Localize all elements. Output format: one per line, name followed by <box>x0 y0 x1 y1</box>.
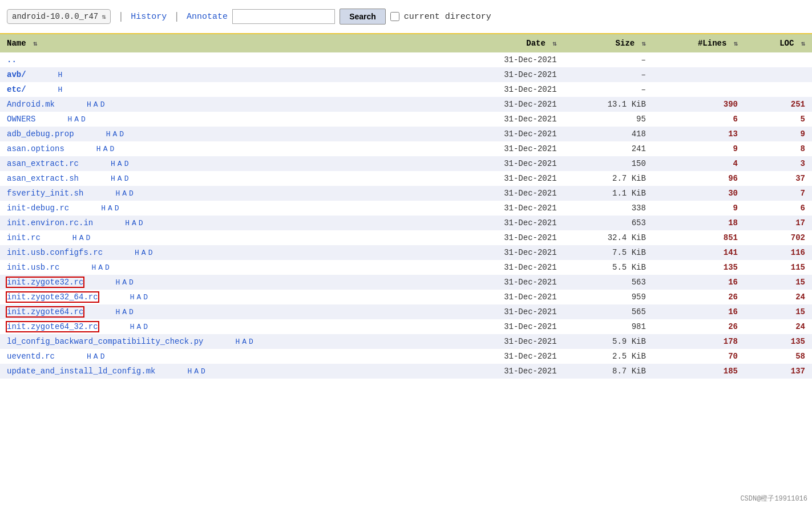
annotation-link-d[interactable]: D <box>100 352 105 361</box>
annotation-link-a[interactable]: A <box>118 160 122 168</box>
file-link[interactable]: Android.mk <box>7 100 55 109</box>
annotation-link-a[interactable]: A <box>103 145 108 153</box>
annotation-link-h[interactable]: H <box>67 115 72 124</box>
col-header-size[interactable]: Size ⇅ <box>564 34 653 52</box>
annotation-link-a[interactable]: A <box>242 338 247 346</box>
annotation-link-h[interactable]: H <box>58 86 63 94</box>
annotation-link-a[interactable]: A <box>118 174 122 183</box>
annotation-link-d[interactable]: D <box>201 367 205 376</box>
file-loc-cell: 24 <box>745 290 812 304</box>
branch-selector[interactable]: android-10.0.0_r47 ⇅ <box>7 9 111 24</box>
annotation-link-h[interactable]: H <box>130 323 135 331</box>
annotation-link-h[interactable]: H <box>115 308 120 316</box>
annotation-link-d[interactable]: D <box>110 145 114 153</box>
annotation-link-h[interactable]: H <box>72 234 77 242</box>
annotation-link-h[interactable]: H <box>135 249 139 257</box>
annotation-link-h[interactable]: H <box>87 100 91 109</box>
file-link[interactable]: ueventd.rc <box>7 352 55 361</box>
file-link[interactable]: adb_debug.prop <box>7 129 74 139</box>
file-link[interactable]: asan_extract.rc <box>7 159 79 168</box>
history-link[interactable]: History <box>131 12 167 22</box>
annotation-link-d[interactable]: D <box>81 115 86 124</box>
separator-1: | <box>118 11 124 22</box>
annotation-link-d[interactable]: D <box>129 308 134 316</box>
file-link[interactable]: init.rc <box>7 233 41 242</box>
annotation-link-d[interactable]: D <box>139 219 143 227</box>
file-link[interactable]: fsverity_init.sh <box>7 189 83 198</box>
file-link[interactable]: update_and_install_ld_config.mk <box>7 367 155 376</box>
file-link[interactable]: .. <box>7 55 17 64</box>
annotation-link-d[interactable]: D <box>249 338 253 346</box>
annotation-link-a[interactable]: A <box>74 115 79 124</box>
file-link[interactable]: ld_config_backward_compatibility_check.p… <box>7 337 203 346</box>
file-link[interactable]: init.zygote64_32.rc <box>7 322 98 331</box>
search-input[interactable] <box>232 9 335 24</box>
current-directory-checkbox[interactable] <box>390 12 399 21</box>
annotation-link-d[interactable]: D <box>124 174 129 183</box>
annotation-link-h[interactable]: H <box>115 189 120 198</box>
annotation-link-a[interactable]: A <box>94 352 98 361</box>
annotation-link-d[interactable]: D <box>115 204 119 213</box>
annotation-link-d[interactable]: D <box>124 160 129 168</box>
annotation-link-a[interactable]: A <box>122 189 127 198</box>
file-link[interactable]: init.usb.rc <box>7 263 59 272</box>
file-link[interactable]: avb/ <box>7 70 26 79</box>
annotation-link-d[interactable]: D <box>129 189 134 198</box>
col-header-date[interactable]: Date ⇅ <box>450 34 563 52</box>
file-link[interactable]: init-debug.rc <box>7 204 69 213</box>
annotation-link-h[interactable]: H <box>106 130 111 139</box>
table-row: asan_extract.shHAD31-Dec-20212.7 KiB9637 <box>0 171 812 186</box>
annotation-link-h[interactable]: H <box>235 338 240 346</box>
col-header-name[interactable]: Name ⇅ <box>0 34 450 52</box>
annotation-link-a[interactable]: A <box>98 263 103 272</box>
file-size-cell: 418 <box>564 127 653 141</box>
search-button[interactable]: Search <box>340 9 386 25</box>
annotation-link-a[interactable]: A <box>132 219 136 227</box>
annotation-link-h[interactable]: H <box>91 263 96 272</box>
annotation-link-d[interactable]: D <box>129 278 134 287</box>
annotation-links: HAD <box>115 308 135 316</box>
table-row: init.zygote32_64.rcHAD31-Dec-20219592624 <box>0 290 812 304</box>
annotation-link-h[interactable]: H <box>58 71 63 79</box>
annotation-link-a[interactable]: A <box>79 234 84 242</box>
annotate-link[interactable]: Annotate <box>187 12 228 22</box>
annotation-link-h[interactable]: H <box>111 160 115 168</box>
file-link[interactable]: init.environ.rc.in <box>7 218 93 227</box>
col-header-lines[interactable]: #Lines ⇅ <box>653 34 745 52</box>
annotation-link-h[interactable]: H <box>101 204 106 213</box>
file-link[interactable]: etc/ <box>7 85 26 94</box>
annotation-link-a[interactable]: A <box>94 100 98 109</box>
annotation-link-a[interactable]: A <box>122 278 127 287</box>
annotation-link-d[interactable]: D <box>86 234 90 242</box>
file-name-cell: init-debug.rcHAD <box>0 201 450 216</box>
annotation-link-a[interactable]: A <box>142 249 146 257</box>
file-link[interactable]: asan.options <box>7 144 64 153</box>
file-lines-cell: 13 <box>653 127 745 141</box>
annotation-link-a[interactable]: A <box>136 293 141 302</box>
annotation-link-d[interactable]: D <box>143 293 148 302</box>
annotation-link-h[interactable]: H <box>187 367 192 376</box>
annotation-link-d[interactable]: D <box>143 323 148 331</box>
annotation-link-h[interactable]: H <box>130 293 135 302</box>
annotation-link-a[interactable]: A <box>108 204 112 213</box>
file-link[interactable]: init.usb.configfs.rc <box>7 248 103 257</box>
file-link[interactable]: init.zygote64.rc <box>7 307 83 316</box>
annotation-link-a[interactable]: A <box>112 130 117 139</box>
annotation-link-h[interactable]: H <box>111 174 115 183</box>
file-link[interactable]: init.zygote32_64.rc <box>7 292 98 302</box>
annotation-link-d[interactable]: D <box>119 130 124 139</box>
col-header-loc[interactable]: LOC ⇅ <box>745 34 812 52</box>
annotation-link-h[interactable]: H <box>125 219 130 227</box>
annotation-link-d[interactable]: D <box>148 249 153 257</box>
file-link[interactable]: asan_extract.sh <box>7 174 79 183</box>
annotation-link-h[interactable]: H <box>87 352 91 361</box>
annotation-link-h[interactable]: H <box>115 278 120 287</box>
file-link[interactable]: OWNERS <box>7 115 35 124</box>
annotation-link-h[interactable]: H <box>96 145 101 153</box>
annotation-link-a[interactable]: A <box>136 323 141 331</box>
annotation-link-d[interactable]: D <box>100 100 105 109</box>
annotation-link-d[interactable]: D <box>105 263 110 272</box>
annotation-link-a[interactable]: A <box>122 308 127 316</box>
annotation-link-a[interactable]: A <box>194 367 199 376</box>
file-link[interactable]: init.zygote32.rc <box>7 278 83 287</box>
